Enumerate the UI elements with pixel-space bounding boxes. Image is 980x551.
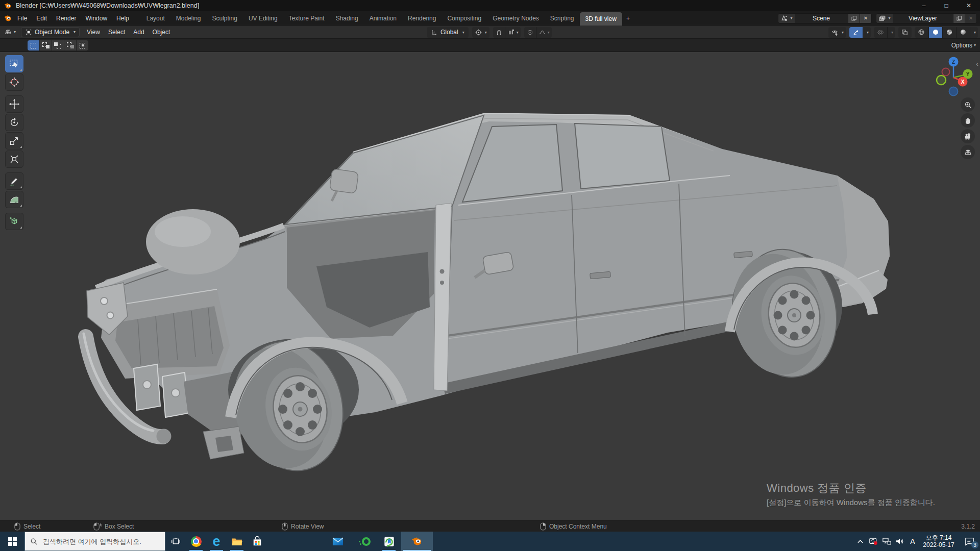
shading-material-button[interactable] (942, 27, 956, 38)
tray-security-icon[interactable] (867, 532, 880, 551)
editor-type-button[interactable]: ▾ (2, 27, 18, 38)
tab-texture-paint[interactable]: Texture Paint (283, 12, 330, 26)
tray-volume-icon[interactable] (893, 532, 906, 551)
ortho-grid-icon[interactable] (961, 145, 975, 159)
task-view-button[interactable] (165, 532, 186, 551)
notification-center-button[interactable]: 3 (959, 532, 980, 551)
tool-transform[interactable] (5, 151, 23, 168)
menu-add[interactable]: Add (129, 26, 148, 39)
tool-rotate[interactable] (5, 114, 23, 131)
search-input[interactable] (43, 538, 155, 545)
tab-sculpting[interactable]: Sculpting (207, 12, 243, 26)
tray-clock[interactable]: 오후 7:14 2022-05-17 (919, 532, 959, 551)
tray-network-icon[interactable] (880, 532, 893, 551)
taskbar-edge[interactable]: e (206, 532, 227, 551)
select-subtract-button[interactable] (52, 40, 64, 51)
scene-name[interactable]: Scene (795, 14, 848, 23)
taskbar-document-app[interactable] (379, 532, 399, 551)
viewport-3d[interactable]: ‹ Z Y X (0, 52, 980, 520)
tab-scripting[interactable]: Scripting (545, 12, 580, 26)
gizmo-axis-neg-z[interactable] (949, 87, 958, 96)
show-overlays-toggle[interactable] (874, 27, 887, 38)
gizmo-dropdown[interactable]: ▾ (863, 27, 871, 38)
gizmo-axis-neg-x[interactable] (937, 76, 946, 85)
tool-select-box[interactable] (5, 55, 23, 72)
view-layer-remove-button[interactable]: ✕ (965, 14, 976, 23)
tool-scale[interactable] (5, 132, 23, 149)
select-extend-button[interactable] (40, 40, 52, 51)
menu-edit[interactable]: Edit (32, 11, 52, 26)
maximize-icon[interactable]: □ (935, 0, 958, 11)
tool-measure[interactable] (5, 191, 23, 208)
navigation-gizmo[interactable]: Z Y X (928, 52, 979, 103)
tray-ime-indicator[interactable]: A (906, 532, 919, 551)
add-workspace-button[interactable]: + (622, 12, 634, 26)
tab-shading[interactable]: Shading (330, 12, 364, 26)
close-icon[interactable]: ✕ (958, 0, 980, 11)
tool-move[interactable] (5, 95, 23, 113)
scene-unlink-button[interactable]: ✕ (860, 14, 871, 23)
window-titlebar[interactable]: Blender [C:₩Users₩W45068₩Downloads₩UV₩le… (0, 0, 980, 11)
options-dropdown[interactable]: Options ▾ (951, 39, 976, 52)
xray-toggle[interactable] (898, 27, 912, 38)
taskbar-chrome[interactable] (186, 532, 206, 551)
viewport-3d-car-model[interactable] (0, 52, 980, 520)
select-intersect-button[interactable] (77, 40, 88, 51)
view-layer-name[interactable]: ViewLayer (893, 14, 953, 23)
tray-chevron-icon[interactable] (853, 532, 867, 551)
duplicate-icon (851, 15, 857, 21)
tab-3d-full-view[interactable]: 3D full view (580, 12, 622, 26)
start-button[interactable] (0, 532, 24, 551)
blender-menu-logo-icon[interactable] (3, 14, 13, 22)
menu-window[interactable]: Window (81, 11, 112, 26)
scene-browse-button[interactable]: ▾ (778, 14, 795, 23)
shading-wireframe-button[interactable] (915, 27, 928, 38)
scene-copy-button[interactable] (848, 14, 860, 23)
minimize-icon[interactable]: – (913, 0, 935, 11)
shading-solid-button[interactable] (928, 27, 942, 38)
gizmo-axis-neg-y[interactable] (942, 68, 950, 76)
proportional-edit-toggle[interactable] (524, 27, 536, 38)
tool-cursor[interactable] (5, 73, 23, 91)
menu-view[interactable]: View (83, 26, 104, 39)
pan-hand-icon[interactable] (961, 113, 975, 128)
select-invert-button[interactable] (64, 40, 76, 51)
taskbar-ring-app[interactable] (356, 532, 376, 551)
object-visibility-dropdown[interactable]: ▾ (828, 27, 846, 38)
shading-rendered-button[interactable] (956, 27, 970, 38)
windows-taskbar: e (0, 532, 980, 551)
menu-render[interactable]: Render (52, 11, 81, 26)
taskbar-mail[interactable] (328, 532, 348, 551)
falloff-dropdown[interactable]: ▾ (536, 27, 552, 38)
tab-uv-editing[interactable]: UV Editing (243, 12, 283, 26)
camera-view-icon[interactable] (961, 129, 975, 143)
mode-dropdown[interactable]: Object Mode ▾ (21, 27, 80, 37)
taskbar-store[interactable] (247, 532, 267, 551)
select-set-button[interactable] (28, 40, 39, 51)
menu-object[interactable]: Object (149, 26, 175, 39)
tab-compositing[interactable]: Compositing (442, 12, 487, 26)
zoom-icon[interactable] (961, 97, 975, 112)
menu-select[interactable]: Select (104, 26, 129, 39)
menu-help[interactable]: Help (112, 11, 134, 26)
taskbar-blender-active[interactable] (401, 532, 433, 551)
show-gizmo-toggle[interactable] (849, 27, 863, 38)
tab-geometry-nodes[interactable]: Geometry Nodes (487, 12, 545, 26)
view-layer-copy-button[interactable] (953, 14, 965, 23)
transform-orientation-dropdown[interactable]: Global ▾ (427, 27, 469, 38)
taskbar-search[interactable] (24, 532, 165, 551)
view-layer-browse-button[interactable]: ▾ (876, 14, 893, 23)
overlays-dropdown[interactable]: ▾ (887, 27, 895, 38)
snap-toggle-button[interactable] (493, 27, 505, 38)
tool-annotate[interactable] (5, 172, 23, 190)
snap-target-dropdown[interactable]: ▾ (505, 27, 521, 38)
pivot-point-dropdown[interactable]: ▾ (472, 27, 489, 38)
shading-dropdown[interactable]: ▾ (970, 27, 978, 38)
tab-rendering[interactable]: Rendering (402, 12, 442, 26)
tab-layout[interactable]: Layout (141, 12, 170, 26)
tab-modeling[interactable]: Modeling (170, 12, 207, 26)
tool-add-cube[interactable] (5, 213, 23, 230)
menu-file[interactable]: File (13, 11, 32, 26)
taskbar-explorer[interactable] (227, 532, 247, 551)
tab-animation[interactable]: Animation (364, 12, 402, 26)
